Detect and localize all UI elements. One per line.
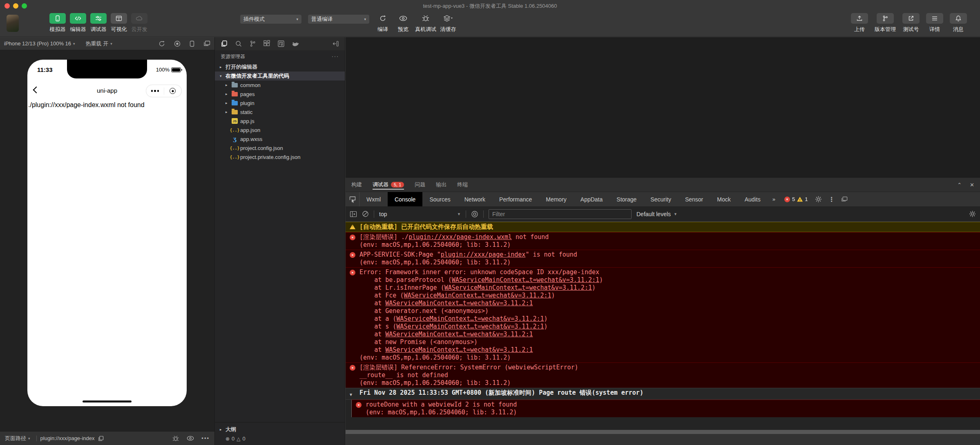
tree-item-project.private.config.json[interactable]: {..}project.private.config.json	[215, 152, 345, 161]
outline-section[interactable]: ▸ 大纲	[215, 425, 345, 434]
simulator-panel: iPhone 12/13 (Pro) 100% 16 ▾ 热重载 开 ▾ 1	[0, 37, 214, 445]
rotate-icon[interactable]	[158, 40, 165, 47]
live-expression-eye-icon[interactable]	[471, 210, 478, 218]
tree-item-pages[interactable]: ▸pages	[215, 89, 345, 98]
devtools-issue-counts[interactable]: ×5!1	[784, 196, 808, 202]
chevron-down-icon: ▾	[364, 17, 366, 21]
devtools-tab-sensor[interactable]: Sensor	[678, 192, 710, 206]
collapse-panel-icon[interactable]: ⌃	[957, 182, 962, 188]
source-link[interactable]: plugin://xxx/page-index.wxml	[409, 233, 512, 241]
open-editors-section[interactable]: ▸ 打开的编辑器	[215, 63, 345, 72]
collapse-sidebar-icon[interactable]	[333, 40, 339, 47]
panel-tab-调试器[interactable]: 调试器5, 1	[373, 178, 404, 192]
tab-overflow-icon[interactable]: »	[768, 196, 780, 202]
devtools-tab-memory[interactable]: Memory	[539, 192, 574, 206]
compile-mode-select[interactable]: 普通编译 ▾	[308, 15, 369, 24]
console-sidebar-toggle-icon[interactable]	[350, 210, 357, 218]
inspect-element-button[interactable]	[346, 192, 359, 206]
panel-tab-输出[interactable]: 输出	[436, 178, 446, 192]
devtools-tab-performance[interactable]: Performance	[492, 192, 539, 206]
messages-button[interactable]: 消息	[948, 13, 969, 33]
message-segment: not found	[512, 233, 549, 241]
message-segment: (env: macOS,mp,1.06.2504060; lib: 3.11.2…	[359, 259, 511, 266]
clear-cache-button[interactable]: 清缓存	[438, 13, 458, 33]
search-icon[interactable]	[235, 40, 242, 47]
tool-switches: 模拟器 编辑器 调试器 可视化	[47, 13, 150, 33]
tree-item-app.json[interactable]: {..}app.json	[215, 125, 345, 134]
execution-context-select[interactable]: top ▼	[379, 211, 461, 217]
source-control-icon[interactable]	[249, 40, 256, 47]
devtools-tab-appdata[interactable]: AppData	[574, 192, 609, 206]
more-actions-icon[interactable]: ···	[332, 54, 339, 59]
devtools-tab-audits[interactable]: Audits	[738, 192, 768, 206]
mode-select[interactable]: 插件模式 ▾	[240, 15, 301, 24]
source-link[interactable]: plugin://xxx/page-index	[441, 251, 526, 258]
source-link[interactable]: WAServiceMainContext…t=wechat&v=3.11.2:1	[385, 346, 533, 353]
close-miniprogram-button[interactable]	[164, 88, 182, 94]
remote-debug-button[interactable]: 真机调试	[413, 13, 438, 33]
hot-reload-select[interactable]: 热重载 开 ▾	[86, 40, 112, 47]
page-path-select[interactable]: 页面路径 ▾	[5, 435, 33, 442]
more-menu-button[interactable]	[146, 90, 164, 92]
panel-tab-问题[interactable]: 问题	[415, 178, 425, 192]
details-button[interactable]: 详情	[924, 13, 945, 33]
devtools-tab-mock[interactable]: Mock	[710, 192, 737, 206]
close-panel-icon[interactable]: ✕	[970, 182, 974, 188]
console-settings-gear-icon[interactable]	[969, 210, 976, 217]
source-link[interactable]: WAServiceMainContext…t=wechat&v=3.11.2:1	[396, 315, 544, 322]
visualizer-toggle[interactable]: 可视化	[109, 13, 129, 33]
preview-button[interactable]: 预览	[393, 13, 413, 33]
devtools-tab-network[interactable]: Network	[458, 192, 492, 206]
tree-item-project.config.json[interactable]: {..}project.config.json	[215, 143, 345, 152]
console-filter-input[interactable]	[489, 209, 632, 219]
panel-tab-终端[interactable]: 终端	[457, 178, 468, 192]
devtools-tab-console[interactable]: Console	[388, 192, 422, 206]
version-manage-button[interactable]: 版本管理	[873, 13, 897, 33]
source-link[interactable]: WAServiceMainContext…t=wechat&v=3.11.2:1	[444, 284, 592, 291]
dock-side-icon[interactable]	[841, 196, 848, 202]
bug-icon[interactable]	[172, 435, 179, 442]
simulator-toggle[interactable]: 模拟器	[47, 13, 68, 33]
docker-icon[interactable]	[292, 40, 300, 47]
tree-item-app.wxss[interactable]: ʒapp.wxss	[215, 134, 345, 143]
tree-item-static[interactable]: ▸static	[215, 107, 345, 116]
source-link[interactable]: WAServiceMainContext…t=wechat&v=3.11.2:1	[452, 276, 599, 284]
eye-icon[interactable]	[187, 436, 194, 441]
devtools-tab-security[interactable]: Security	[643, 192, 678, 206]
cloud-dev-toggle[interactable]: 云开发	[129, 13, 150, 33]
devtools-tab-storage[interactable]: Storage	[609, 192, 643, 206]
avatar[interactable]	[7, 15, 19, 32]
record-icon[interactable]	[174, 40, 181, 47]
tree-item-common[interactable]: ▸common	[215, 81, 345, 89]
compile-button[interactable]: 编译	[373, 13, 393, 33]
group-caret-icon[interactable]: ▼	[350, 392, 352, 397]
project-root-section[interactable]: ▾ 在微信开发者工具里的代码	[215, 72, 345, 81]
upload-button[interactable]: 上传	[849, 13, 870, 33]
panel-tab-构建[interactable]: 构建	[351, 178, 362, 192]
file-name: app.wxss	[240, 136, 262, 142]
more-options-icon[interactable]: ⋮	[828, 196, 835, 203]
files-icon[interactable]	[221, 40, 228, 47]
device-frame-icon[interactable]	[190, 40, 194, 47]
npm-icon[interactable]	[277, 40, 285, 47]
source-link[interactable]: WAServiceMainContext…t=wechat&v=3.11.2:1	[404, 292, 551, 299]
extensions-icon[interactable]	[263, 40, 270, 47]
console-scrollbar[interactable]	[346, 430, 980, 434]
tree-item-plugin[interactable]: ▸plugin	[215, 98, 345, 107]
settings-gear-icon[interactable]	[815, 196, 822, 203]
copy-icon[interactable]	[98, 436, 104, 441]
tree-item-app.js[interactable]: JSapp.js	[215, 116, 345, 125]
clear-console-icon[interactable]	[362, 210, 369, 217]
test-account-button[interactable]: 测试号	[901, 13, 921, 33]
multi-window-icon[interactable]	[203, 40, 210, 47]
more-icon[interactable]: •••	[201, 435, 210, 441]
debugger-toggle[interactable]: 调试器	[88, 13, 109, 33]
device-select[interactable]: iPhone 12/13 (Pro) 100% 16 ▾	[4, 40, 75, 47]
source-link[interactable]: WAServiceMainContext…t=wechat&v=3.11.2:1	[385, 300, 533, 307]
source-link[interactable]: WAServiceMainContext…t=wechat&v=3.11.2:1	[396, 323, 544, 330]
editor-toggle[interactable]: 编辑器	[68, 13, 88, 33]
devtools-tab-wxml[interactable]: Wxml	[359, 192, 388, 206]
source-link[interactable]: WAServiceMainContext…t=wechat&v=3.11.2:1	[385, 331, 533, 338]
log-levels-select[interactable]: Default levels ▼	[636, 211, 677, 217]
devtools-tab-sources[interactable]: Sources	[422, 192, 457, 206]
